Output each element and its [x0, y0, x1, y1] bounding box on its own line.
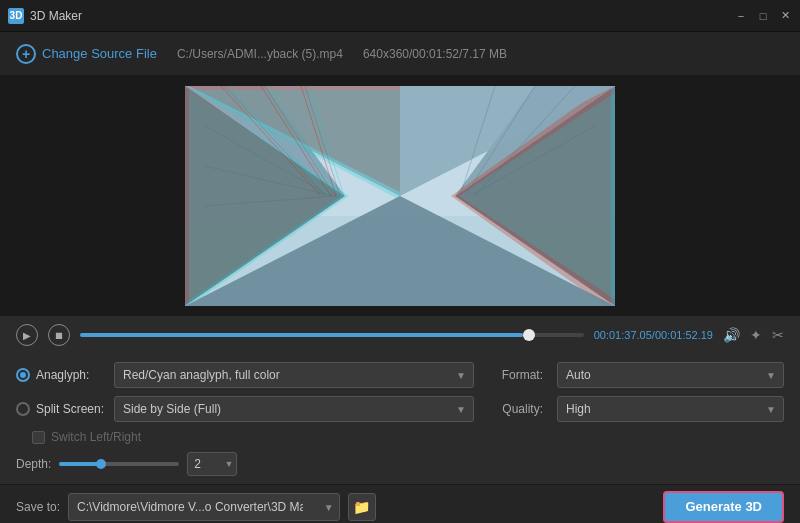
switch-lr-text: Switch Left/Right	[51, 430, 141, 444]
depth-fill	[59, 462, 101, 466]
folder-icon: 📁	[353, 499, 370, 515]
quality-label: Quality:	[494, 402, 549, 416]
file-path: C:/Users/ADMI...yback (5).mp4	[177, 47, 343, 61]
save-to-label: Save to:	[16, 500, 60, 514]
anaglyph-radio-label[interactable]: Anaglyph:	[16, 368, 106, 382]
stop-button[interactable]: ⏹	[48, 324, 70, 346]
minimize-button[interactable]: −	[734, 9, 748, 23]
depth-select[interactable]: 2	[187, 452, 237, 476]
progress-fill	[80, 333, 523, 337]
video-preview	[185, 86, 615, 306]
depth-slider[interactable]	[59, 462, 179, 466]
split-screen-row: Split Screen: Side by Side (Full) ▼	[16, 396, 474, 422]
depth-thumb[interactable]	[96, 459, 106, 469]
volume-icon[interactable]: 🔊	[723, 327, 740, 343]
depth-row: Depth: 2 ▼	[16, 452, 474, 476]
depth-select-wrapper: 2 ▼	[187, 452, 237, 476]
playback-row: ▶ ⏹ 00:01:37.05/00:01:52.19 🔊 ✦ ✂	[16, 324, 784, 346]
switch-lr-checkbox[interactable]	[32, 431, 45, 444]
anaglyph-label: Anaglyph:	[36, 368, 89, 382]
format-select[interactable]: Auto	[557, 362, 784, 388]
generate-3d-button[interactable]: Generate 3D	[663, 491, 784, 523]
video-area	[0, 76, 800, 316]
anaglyph-select-wrapper: Red/Cyan anaglyph, full color ▼	[114, 362, 474, 388]
app-title: 3D Maker	[30, 9, 82, 23]
open-folder-button[interactable]: 📁	[348, 493, 376, 521]
cut-icon[interactable]: ✂	[772, 327, 784, 343]
split-screen-radio[interactable]	[16, 402, 30, 416]
options-right: Format: Auto ▼ Quality: High ▼	[474, 362, 784, 476]
main-toolbar: + Change Source File C:/Users/ADMI...yba…	[0, 32, 800, 76]
playback-controls: ▶ ⏹ 00:01:37.05/00:01:52.19 🔊 ✦ ✂	[0, 316, 800, 354]
format-row: Format: Auto ▼	[494, 362, 784, 388]
close-button[interactable]: ✕	[778, 9, 792, 23]
file-metadata: 640x360/00:01:52/7.17 MB	[363, 47, 507, 61]
quality-select-wrapper: High ▼	[557, 396, 784, 422]
format-select-wrapper: Auto ▼	[557, 362, 784, 388]
app-icon: 3D	[8, 8, 24, 24]
format-label: Format:	[494, 368, 549, 382]
play-icon: ▶	[23, 330, 31, 341]
split-screen-label: Split Screen:	[36, 402, 104, 416]
depth-label: Depth:	[16, 457, 51, 471]
options-area: Anaglyph: Red/Cyan anaglyph, full color …	[0, 354, 800, 484]
split-screen-select-wrapper: Side by Side (Full) ▼	[114, 396, 474, 422]
save-path-input[interactable]	[68, 493, 340, 521]
anaglyph-select[interactable]: Red/Cyan anaglyph, full color	[114, 362, 474, 388]
split-screen-radio-label[interactable]: Split Screen:	[16, 402, 106, 416]
save-path-wrapper: ▼	[68, 493, 340, 521]
progress-bar[interactable]	[80, 333, 584, 337]
time-display: 00:01:37.05/00:01:52.19	[594, 329, 713, 341]
media-toolbar-icons: 🔊 ✦ ✂	[723, 327, 784, 343]
title-bar: 3D 3D Maker − □ ✕	[0, 0, 800, 32]
plus-circle-icon: +	[16, 44, 36, 64]
save-path-dropdown-arrow: ▼	[324, 501, 334, 512]
split-screen-select[interactable]: Side by Side (Full)	[114, 396, 474, 422]
window-controls: − □ ✕	[734, 9, 792, 23]
anaglyph-radio[interactable]	[16, 368, 30, 382]
progress-thumb[interactable]	[523, 329, 535, 341]
switch-lr-label[interactable]: Switch Left/Right	[32, 430, 141, 444]
video-frame	[185, 86, 615, 306]
maximize-button[interactable]: □	[756, 9, 770, 23]
stop-icon: ⏹	[54, 330, 64, 341]
quality-select[interactable]: High	[557, 396, 784, 422]
star-icon[interactable]: ✦	[750, 327, 762, 343]
title-bar-left: 3D 3D Maker	[8, 8, 82, 24]
play-button[interactable]: ▶	[16, 324, 38, 346]
change-source-button[interactable]: + Change Source File	[16, 44, 157, 64]
footer: Save to: ▼ 📁 Generate 3D	[0, 484, 800, 523]
quality-row: Quality: High ▼	[494, 396, 784, 422]
anaglyph-row: Anaglyph: Red/Cyan anaglyph, full color …	[16, 362, 474, 388]
options-left: Anaglyph: Red/Cyan anaglyph, full color …	[16, 362, 474, 476]
switch-lr-row: Switch Left/Right	[16, 430, 474, 444]
